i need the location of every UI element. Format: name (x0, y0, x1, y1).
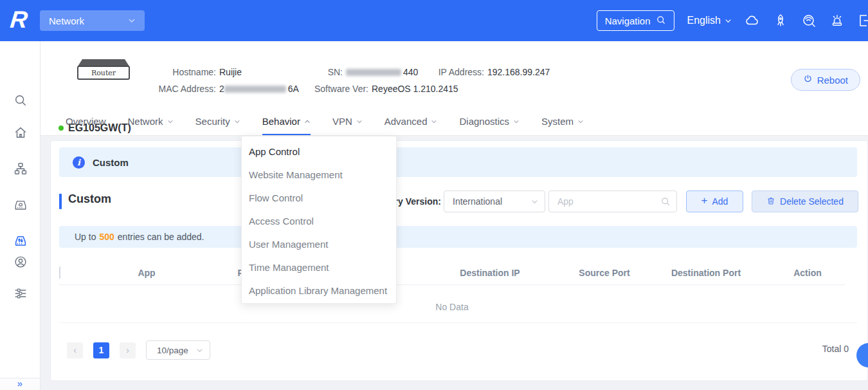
info-banner: i Custom (59, 147, 857, 177)
router-image: Router (76, 58, 131, 85)
select-all-checkbox[interactable] (59, 266, 60, 279)
menu-item-time-management[interactable]: Time Management (242, 255, 396, 279)
tab-overview[interactable]: Overview (66, 109, 106, 135)
reboot-label: Reboot (817, 75, 848, 86)
sidebar-search-icon[interactable] (14, 93, 28, 107)
prev-page-button[interactable]: ‹ (67, 342, 83, 358)
col-app: App (82, 268, 211, 278)
mac-value: 26A (219, 84, 299, 94)
chevron-down-icon (513, 118, 520, 125)
search-icon (656, 15, 666, 27)
reboot-button[interactable]: Reboot (791, 69, 860, 91)
menu-item-app-control[interactable]: App Control (242, 140, 396, 163)
next-page-button[interactable]: › (120, 342, 136, 358)
mac-masked-segment (224, 86, 286, 93)
cloud-icon[interactable] (745, 13, 760, 28)
col-source-port: Source Port (567, 268, 642, 278)
sidebar-home-icon[interactable] (14, 125, 28, 140)
plus-icon: + (701, 194, 708, 207)
hostname-label: Hostname: (137, 67, 216, 77)
total-count: Total 0 (822, 344, 849, 354)
system-mode-select[interactable]: Network (40, 10, 145, 31)
sidebar-footer: » (0, 378, 40, 390)
pagination: ‹ 1 › 10/page (67, 340, 210, 360)
section-title: Custom (68, 192, 111, 206)
tab-security[interactable]: Security (195, 109, 240, 135)
behavior-dropdown-menu: App Control Website Management Flow Cont… (241, 136, 397, 304)
tab-vpn[interactable]: VPN (332, 109, 363, 135)
menu-item-flow-control[interactable]: Flow Control (242, 186, 396, 209)
chevron-down-icon (725, 17, 732, 24)
chevron-down-icon (577, 118, 584, 125)
delete-selected-button[interactable]: Delete Selected (752, 190, 858, 212)
language-label: English (687, 15, 721, 26)
quota-suffix: entries can be added. (118, 232, 204, 242)
logout-icon[interactable] (858, 13, 868, 28)
page-size-select[interactable]: 10/page (146, 340, 210, 360)
add-label: Add (712, 196, 728, 207)
info-icon: i (73, 156, 85, 169)
quota-prefix: Up to (75, 232, 96, 242)
library-version-value: International (453, 196, 502, 207)
topbar-actions: Navigation English (597, 0, 868, 41)
current-page-button[interactable]: 1 (93, 342, 109, 358)
empty-state-text: No Data (59, 302, 845, 312)
app-root: R Network Navigation English (0, 0, 868, 390)
quota-notice: Up to 500 entries can be added. (59, 226, 857, 248)
topbar: R Network Navigation English (0, 0, 868, 41)
sidebar-topology-icon[interactable] (14, 162, 28, 176)
sidebar-expand-button[interactable]: » (17, 378, 23, 389)
sidebar-user-icon[interactable] (14, 255, 28, 269)
upgrade-rocket-icon[interactable] (773, 13, 788, 28)
menu-item-website-management[interactable]: Website Management (242, 163, 396, 186)
chevron-down-icon (196, 347, 203, 354)
library-version-select[interactable]: International (444, 190, 545, 212)
app-search (548, 190, 677, 212)
primary-tabs: Overview Network Security Behavior VPN A… (66, 109, 584, 135)
sn-masked-segment (346, 69, 401, 76)
sn-label: SN: (317, 67, 343, 77)
chevron-down-icon (531, 198, 538, 205)
search-icon (660, 196, 671, 207)
chevron-down-icon (234, 118, 240, 125)
menu-item-access-control[interactable]: Access Control (242, 209, 396, 232)
app-search-input[interactable] (548, 190, 677, 212)
menu-item-user-management[interactable]: User Management (242, 232, 396, 255)
add-button[interactable]: + Add (686, 190, 743, 212)
software-version-label: Software Ver: (291, 84, 368, 94)
hostname-value: Ruijie (219, 67, 242, 77)
ip-label: IP Address: (426, 67, 484, 77)
language-select[interactable]: English (687, 15, 732, 26)
brand-logo: R (9, 6, 28, 33)
mac-label: MAC Address: (137, 84, 216, 94)
power-icon (803, 74, 813, 86)
chevron-down-icon (128, 17, 136, 24)
ip-value: 192.168.99.247 (487, 67, 550, 77)
tab-network[interactable]: Network (128, 109, 174, 135)
table-header-row: App Protocol Destination IP Source Port … (59, 261, 845, 285)
sidebar-gateway-icon[interactable] (14, 234, 28, 248)
chevron-up-icon (304, 118, 311, 125)
menu-item-application-library-management[interactable]: Application Library Management (242, 279, 396, 302)
tab-system[interactable]: System (541, 109, 584, 135)
tab-behavior[interactable]: Behavior (262, 109, 311, 135)
online-status-dot (59, 125, 64, 131)
chevron-down-icon (167, 118, 174, 125)
row-divider (59, 322, 857, 323)
content-area: i Custom Custom Library Version: Interna… (41, 136, 868, 390)
sidebar: » (0, 41, 41, 390)
app-control-card: i Custom Custom Library Version: Interna… (50, 140, 868, 381)
info-banner-text: Custom (93, 157, 129, 168)
page-size-value: 10/page (157, 346, 188, 355)
col-destination-port: Destination Port (642, 268, 770, 278)
device-panel: Router EG105GW(T) Hostname: Ruijie MAC A… (41, 41, 868, 136)
trash-icon (766, 196, 775, 207)
sidebar-device-sync-icon[interactable] (14, 198, 28, 212)
network-scan-icon[interactable] (801, 13, 817, 28)
tab-advanced[interactable]: Advanced (384, 109, 438, 135)
quota-count: 500 (99, 232, 114, 242)
sidebar-settings-icon[interactable] (14, 286, 28, 301)
alarm-icon[interactable] (829, 13, 845, 28)
navigation-search-button[interactable]: Navigation (597, 10, 674, 31)
tab-diagnostics[interactable]: Diagnostics (459, 109, 520, 135)
